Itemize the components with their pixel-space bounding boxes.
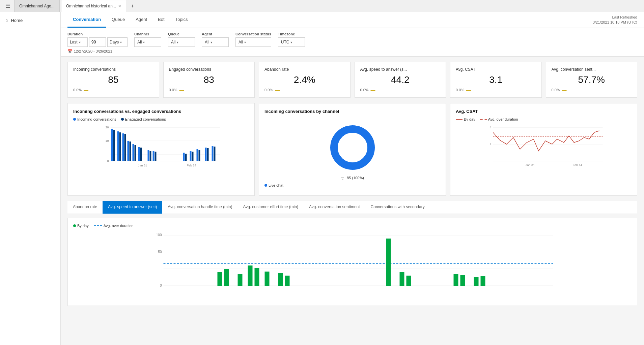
calendar-icon: 📅 [67, 49, 73, 54]
bar-chart-legend: Incoming conversations Enagaged conversa… [73, 117, 249, 121]
chevron-down-icon: ▾ [120, 40, 122, 44]
bottom-tab-speed[interactable]: Avg. speed to answer (sec) [103, 201, 162, 214]
svg-rect-66 [474, 277, 479, 286]
svg-rect-62 [400, 272, 404, 286]
kpi-card-engaged: Engaged conversations 83 0.0% — [163, 62, 255, 98]
last-refreshed: Last Refreshed 3/21/2021 10:18 PM (UTC) [593, 15, 637, 25]
incoming-legend-dot [73, 118, 76, 121]
bottom-tab-handle[interactable]: Avg. conversation handle time (min) [162, 201, 237, 214]
svg-rect-67 [481, 276, 485, 286]
duration-value-input[interactable] [89, 37, 106, 47]
tab-bot[interactable]: Bot [152, 12, 170, 28]
kpi-section: Incoming conversations 85 0.0% — Engaged… [61, 57, 644, 103]
svg-rect-56 [248, 265, 253, 286]
timezone-select[interactable]: UTC ▾ [278, 37, 305, 47]
kpi-card-incoming: Incoming conversations 85 0.0% — [67, 62, 159, 98]
livechat-legend-dot [264, 184, 267, 187]
svg-rect-54 [224, 269, 229, 286]
bar-chart-card: Incoming conversations vs. engaged conve… [67, 103, 255, 196]
svg-rect-65 [460, 275, 465, 286]
kpi-card-csat: Avg. CSAT 3.1 0.0% — [450, 62, 542, 98]
browser-tab-bar: ☰ Omnichannel Age... Omnichannel histori… [0, 0, 644, 12]
svg-rect-28 [199, 150, 200, 161]
svg-rect-19 [148, 150, 149, 161]
bar-chart: 20 10 0 [73, 124, 249, 172]
tab-omnichannel-historical[interactable]: Omnichannel historical an... ✕ [61, 0, 126, 12]
conversation-status-filter: Conversation status All ▾ [235, 32, 271, 47]
tab-conversation[interactable]: Conversation [67, 12, 106, 28]
svg-rect-26 [192, 152, 194, 161]
top-navigation: Conversation Queue Agent Bot Topics Last… [61, 12, 644, 28]
svg-text:2: 2 [489, 143, 491, 146]
svg-rect-27 [197, 149, 198, 161]
home-icon: ⌂ [5, 18, 8, 23]
add-tab-button[interactable]: + [128, 2, 137, 10]
svg-text:10: 10 [105, 139, 109, 143]
timezone-filter: Timezone UTC ▾ [278, 32, 305, 47]
svg-rect-20 [150, 151, 151, 161]
donut-chart-card: Incoming conversations by channel └ 85 (… [259, 103, 446, 196]
duration-preset-select[interactable]: Last ▾ [67, 37, 88, 47]
svg-point-36 [340, 135, 365, 160]
svg-rect-30 [207, 148, 209, 161]
svg-rect-10 [119, 132, 121, 161]
conversation-status-select[interactable]: All ▾ [235, 37, 271, 47]
svg-rect-60 [285, 276, 290, 286]
agent-select[interactable]: All ▾ [202, 37, 229, 47]
bottom-chart-card: By day Avg. over duration 100 50 0 [67, 218, 637, 306]
svg-rect-21 [153, 151, 155, 161]
chevron-down-icon: ▾ [177, 40, 178, 44]
duration-unit-select[interactable]: Days ▾ [107, 37, 128, 47]
bottom-tab-abandon[interactable]: Abandon rate [67, 201, 103, 214]
tab-omnichannel-agent[interactable]: Omnichannel Age... [14, 0, 60, 12]
hamburger-menu-icon[interactable]: ☰ [3, 1, 13, 10]
chevron-down-icon: ▾ [290, 40, 292, 44]
sidebar-item-home[interactable]: ⌂ Home [0, 15, 60, 26]
queue-filter: Queue All ▾ [168, 32, 195, 47]
svg-rect-15 [133, 144, 134, 161]
main-container: ⌂ Home Conversation Queue Agent Bot Topi… [0, 12, 644, 345]
svg-rect-8 [113, 130, 115, 161]
queue-select[interactable]: All ▾ [168, 37, 195, 47]
svg-rect-16 [135, 145, 136, 161]
svg-rect-32 [214, 147, 216, 161]
svg-rect-7 [111, 129, 113, 161]
bottom-tabs-section: Abandon rate Avg. speed to answer (sec) … [61, 201, 644, 214]
bottom-tab-sentiment[interactable]: Avg. conversation sentiment [304, 201, 365, 214]
engaged-legend-dot [121, 118, 124, 121]
tab-queue[interactable]: Queue [106, 12, 130, 28]
svg-rect-59 [278, 273, 283, 286]
duration-filter: Duration Last ▾ Days ▾ [67, 32, 128, 47]
donut-chart: └ 85 (100%) [264, 117, 440, 183]
svg-rect-12 [124, 134, 126, 161]
charts-section: Incoming conversations vs. engaged conve… [61, 103, 644, 201]
svg-text:100: 100 [156, 233, 162, 237]
svg-rect-29 [205, 148, 207, 161]
tab-agent[interactable]: Agent [130, 12, 152, 28]
svg-rect-58 [265, 272, 270, 286]
svg-rect-11 [122, 133, 124, 161]
content-area: Conversation Queue Agent Bot Topics Last… [61, 12, 644, 345]
chevron-down-icon: ▾ [143, 40, 145, 44]
svg-rect-57 [255, 268, 259, 286]
svg-rect-23 [183, 153, 185, 161]
svg-text:20: 20 [105, 126, 109, 129]
svg-text:4: 4 [489, 126, 491, 129]
byday-legend-line [456, 119, 463, 120]
channel-select[interactable]: All ▾ [134, 37, 161, 47]
svg-text:50: 50 [158, 250, 162, 254]
svg-rect-53 [218, 272, 222, 286]
close-tab-icon[interactable]: ✕ [118, 4, 121, 8]
svg-text:Feb 14: Feb 14 [572, 163, 582, 167]
svg-rect-14 [130, 142, 131, 161]
kpi-card-speed: Avg. speed to answer (s... 44.2 0.0% — [355, 62, 446, 98]
agent-filter: Agent All ▾ [202, 32, 229, 47]
svg-rect-31 [212, 146, 214, 161]
tab-topics[interactable]: Topics [170, 12, 193, 28]
svg-rect-22 [155, 152, 157, 161]
nav-tabs: Conversation Queue Agent Bot Topics [67, 12, 193, 28]
bottom-tab-effort[interactable]: Avg. customer effort time (min) [237, 201, 304, 214]
svg-rect-18 [140, 148, 142, 161]
line-chart-legend: By day Avg. over duration [456, 117, 632, 121]
bottom-tab-secondary[interactable]: Conversations with secondary [365, 201, 430, 214]
